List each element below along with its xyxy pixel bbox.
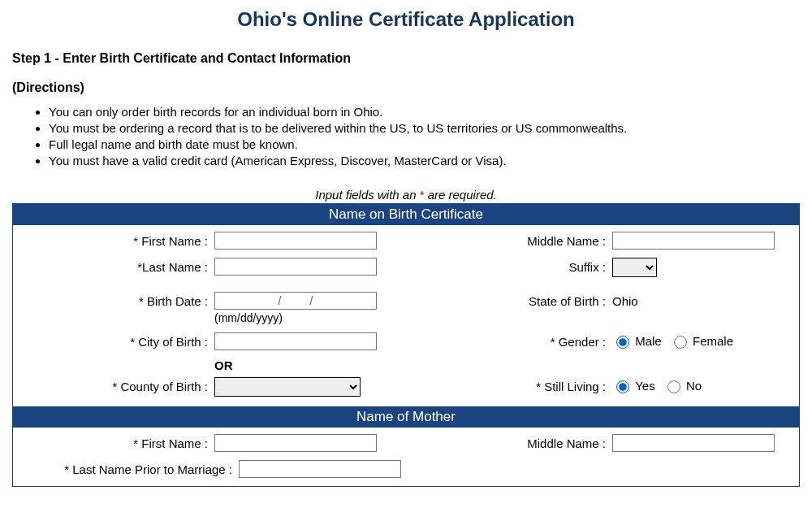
last-name-input[interactable] — [214, 258, 377, 276]
gender-female-radio[interactable] — [674, 336, 687, 349]
gender-female-label: Female — [693, 334, 733, 348]
list-item: You must be ordering a record that is to… — [49, 121, 800, 135]
still-living-yes-label: Yes — [635, 379, 654, 393]
mother-last-name-prior-input[interactable] — [239, 460, 401, 478]
still-living-no-radio[interactable] — [667, 380, 680, 393]
section-header-certificate: Name on Birth Certificate — [13, 204, 800, 226]
list-item: Full legal name and birth date must be k… — [49, 137, 800, 151]
gender-male-label: Male — [635, 334, 662, 348]
mother-first-name-input[interactable] — [214, 434, 377, 452]
birth-date-label: * Birth Date : — [25, 292, 214, 308]
middle-name-label: Middle Name : — [500, 232, 612, 248]
step-heading: Step 1 - Enter Birth Certificate and Con… — [12, 51, 800, 66]
city-of-birth-label: * City of Birth : — [25, 332, 214, 349]
state-of-birth-label: State of Birth : — [500, 292, 612, 308]
suffix-label: Suffix : — [500, 258, 612, 274]
form-container: Name on Birth Certificate * First Name :… — [12, 203, 800, 487]
county-of-birth-label: * County of Birth : — [25, 377, 214, 393]
list-item: You must have a valid credit card (Ameri… — [49, 154, 800, 167]
directions-list: You can only order birth records for an … — [12, 105, 800, 167]
list-item: You can only order birth records for an … — [49, 105, 800, 119]
gender-label: * Gender : — [500, 332, 612, 349]
directions-label: (Directions) — [12, 80, 800, 95]
state-of-birth-value: Ohio — [612, 292, 787, 308]
last-name-label: *Last Name : — [25, 258, 214, 274]
date-format-hint: (mm/dd/yyyy) — [214, 311, 397, 324]
first-name-label: * First Name : — [25, 232, 214, 248]
county-of-birth-select[interactable] — [214, 377, 361, 397]
mother-middle-name-input[interactable] — [612, 434, 775, 452]
mother-middle-name-label: Middle Name : — [500, 434, 612, 450]
section-header-mother: Name of Mother — [13, 406, 800, 428]
still-living-label: * Still Living : — [500, 377, 612, 393]
still-living-yes-radio[interactable] — [616, 380, 629, 393]
mother-last-name-prior-label: * Last Name Prior to Marriage : — [25, 460, 239, 476]
city-of-birth-input[interactable] — [214, 332, 377, 350]
required-fields-note: Input fields with an * are required. — [12, 188, 800, 202]
middle-name-input[interactable] — [612, 232, 775, 250]
still-living-no-label: No — [686, 379, 702, 393]
first-name-input[interactable] — [214, 232, 377, 250]
or-separator: OR — [214, 358, 397, 372]
gender-male-radio[interactable] — [616, 336, 629, 349]
mother-first-name-label: * First Name : — [25, 434, 214, 450]
page-title: Ohio's Online Certificate Application — [12, 8, 800, 31]
birth-date-input[interactable] — [214, 292, 377, 310]
suffix-select[interactable] — [612, 258, 657, 277]
